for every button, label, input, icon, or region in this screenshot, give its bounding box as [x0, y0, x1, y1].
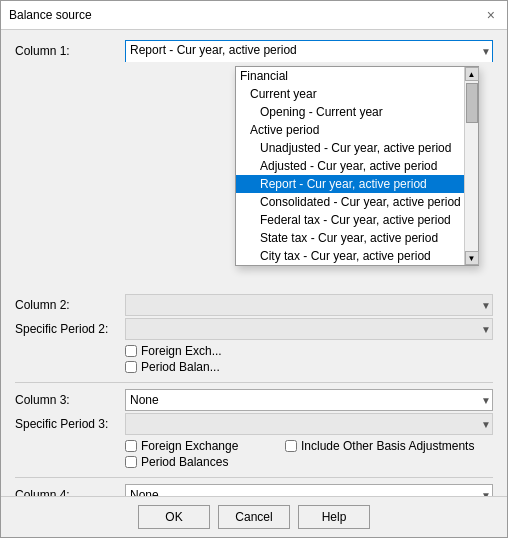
period-balances3-input[interactable]: [125, 456, 137, 468]
dropdown-item[interactable]: Active period: [236, 121, 464, 139]
checkboxes2-col1: Foreign Exch... Period Balan...: [125, 344, 285, 374]
checkboxes3-col2: Include Other Basis Adjustments: [285, 439, 474, 469]
include-other3-checkbox[interactable]: Include Other Basis Adjustments: [285, 439, 474, 453]
dropdown-item[interactable]: Federal tax - Cur year, active period: [236, 211, 464, 229]
dropdown-item[interactable]: Current year: [236, 85, 464, 103]
dropdown-list: FinancialCurrent yearOpening - Current y…: [236, 67, 464, 265]
dropdown-item[interactable]: Opening - Current year: [236, 103, 464, 121]
include-other3-input[interactable]: [285, 440, 297, 452]
foreign-exchange2-checkbox[interactable]: Foreign Exch...: [125, 344, 285, 358]
foreign-exchange3-checkbox[interactable]: Foreign Exchange: [125, 439, 285, 453]
cancel-button[interactable]: Cancel: [218, 505, 290, 529]
column2-dropdown[interactable]: [125, 294, 493, 316]
dropdown-item[interactable]: Consolidated - Cur year, active period: [236, 193, 464, 211]
period-balances2-label: Period Balan...: [141, 360, 220, 374]
specific-period3-label: Specific Period 3:: [15, 417, 125, 431]
specific-period2-label: Specific Period 2:: [15, 322, 125, 336]
dropdown-item[interactable]: City tax - Cur year, active period: [236, 247, 464, 265]
column1-dropdown-overlay[interactable]: FinancialCurrent yearOpening - Current y…: [235, 66, 479, 266]
specific-period2-dropdown[interactable]: [125, 318, 493, 340]
dropdown-item[interactable]: Financial: [236, 67, 464, 85]
specific-period2-row: Specific Period 2: ▼: [15, 318, 493, 340]
column1-label: Column 1:: [15, 44, 125, 58]
column4-dropdown[interactable]: None: [125, 484, 493, 496]
checkboxes2-row: Foreign Exch... Period Balan...: [125, 344, 493, 374]
column3-dropdown[interactable]: None: [125, 389, 493, 411]
column1-dropdown-wrapper: Report - Cur year, active period ▼ Finan…: [125, 40, 493, 62]
column1-dropdown[interactable]: Report - Cur year, active period: [125, 40, 493, 62]
balance-source-dialog: Balance source × Column 1: Report - Cur …: [0, 0, 508, 538]
checkboxes3-col1: Foreign Exchange Period Balances: [125, 439, 285, 469]
period-balances2-checkbox[interactable]: Period Balan...: [125, 360, 285, 374]
specific-period3-row: Specific Period 3: ▼: [15, 413, 493, 435]
scrollbar[interactable]: ▲ ▼: [464, 67, 478, 265]
dropdown-item[interactable]: Report - Cur year, active period: [236, 175, 464, 193]
checkboxes3-row: Foreign Exchange Period Balances Include…: [125, 439, 493, 469]
dropdown-item[interactable]: Unadjusted - Cur year, active period: [236, 139, 464, 157]
dropdown-item[interactable]: State tax - Cur year, active period: [236, 229, 464, 247]
specific-period2-dropdown-wrapper: ▼: [125, 318, 493, 340]
scroll-down-btn[interactable]: ▼: [465, 251, 479, 265]
dropdown-item[interactable]: Adjusted - Cur year, active period: [236, 157, 464, 175]
foreign-exchange2-input[interactable]: [125, 345, 137, 357]
scroll-thumb[interactable]: [466, 83, 478, 123]
separator2: [15, 477, 493, 478]
column1-row: Column 1: Report - Cur year, active peri…: [15, 40, 493, 62]
dialog-footer: OK Cancel Help: [1, 496, 507, 537]
column2-row: Column 2: ▼: [15, 294, 493, 316]
column4-dropdown-wrapper: None ▼: [125, 484, 493, 496]
column3-row: Column 3: None ▼: [15, 389, 493, 411]
column3-label: Column 3:: [15, 393, 125, 407]
column4-label: Column 4:: [15, 488, 125, 496]
period-balances2-input[interactable]: [125, 361, 137, 373]
period-balances3-label: Period Balances: [141, 455, 228, 469]
specific-period3-dropdown-wrapper: ▼: [125, 413, 493, 435]
dialog-content: Column 1: Report - Cur year, active peri…: [1, 30, 507, 496]
specific-period3-dropdown[interactable]: [125, 413, 493, 435]
foreign-exchange3-input[interactable]: [125, 440, 137, 452]
dialog-title: Balance source: [9, 8, 92, 22]
column2-dropdown-wrapper: ▼: [125, 294, 493, 316]
title-bar: Balance source ×: [1, 1, 507, 30]
column2-label: Column 2:: [15, 298, 125, 312]
foreign-exchange2-label: Foreign Exch...: [141, 344, 222, 358]
help-button[interactable]: Help: [298, 505, 370, 529]
column4-row: Column 4: None ▼: [15, 484, 493, 496]
close-button[interactable]: ×: [483, 7, 499, 23]
scroll-up-btn[interactable]: ▲: [465, 67, 479, 81]
foreign-exchange3-label: Foreign Exchange: [141, 439, 238, 453]
ok-button[interactable]: OK: [138, 505, 210, 529]
include-other3-label: Include Other Basis Adjustments: [301, 439, 474, 453]
separator1: [15, 382, 493, 383]
period-balances3-checkbox[interactable]: Period Balances: [125, 455, 285, 469]
column3-dropdown-wrapper: None ▼: [125, 389, 493, 411]
